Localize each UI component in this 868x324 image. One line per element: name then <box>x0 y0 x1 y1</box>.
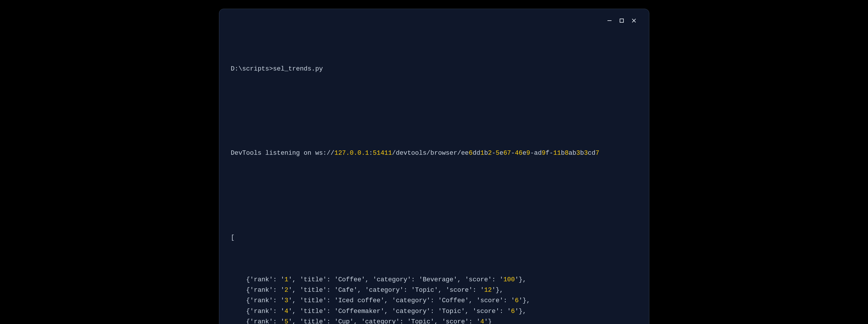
field-key-title: 'title' <box>300 297 327 304</box>
field-key-rank: 'rank' <box>250 276 273 283</box>
prompt-line: D:\scripts>sel_trends.py <box>231 64 638 74</box>
sep: : <box>327 308 334 315</box>
field-key-rank: 'rank' <box>250 318 273 324</box>
sep: : ' <box>273 276 285 283</box>
guid-segment: dd <box>472 149 480 157</box>
comma: , <box>523 276 526 283</box>
field-key-title: 'title' <box>300 276 327 283</box>
guid-segment: 11 <box>553 149 561 157</box>
brace-open: { <box>246 308 250 315</box>
field-value-rank: 1 <box>284 276 288 283</box>
list-item: {'rank': '4', 'title': 'Coffeemaker', 'c… <box>231 306 638 317</box>
field-value-rank: 5 <box>284 318 288 324</box>
array-open: [ <box>231 232 638 243</box>
sep: : <box>327 297 334 304</box>
minimize-button[interactable] <box>606 17 613 24</box>
guid-segment: b <box>561 149 565 157</box>
field-key-score: 'score' <box>476 297 503 304</box>
guid-segment: -ad <box>530 149 542 157</box>
field-value-score: 6 <box>511 308 515 315</box>
sep: : ' <box>273 318 285 324</box>
blank-line <box>231 190 638 201</box>
field-value-category: 'Coffee' <box>438 297 469 304</box>
sep: : <box>400 318 407 324</box>
devtools-port: 51411 <box>373 149 392 157</box>
field-value-category: 'Topic' <box>438 308 465 315</box>
list-item: {'rank': '1', 'title': 'Coffee', 'catego… <box>231 275 638 285</box>
field-key-score: 'score' <box>446 287 472 294</box>
guid-segment: 3 <box>584 149 588 157</box>
guid-segment: cd <box>588 149 595 157</box>
sep: : ' <box>469 318 480 324</box>
sep: , <box>457 276 465 283</box>
devtools-colon: : <box>369 149 373 157</box>
comma: , <box>523 308 526 315</box>
field-value-title: 'Coffee' <box>334 276 365 283</box>
guid-segment: e <box>500 149 503 157</box>
sep: : ' <box>472 287 484 294</box>
guid-segment: ab <box>568 149 576 157</box>
comma: , <box>500 287 503 294</box>
sep: , <box>438 287 445 294</box>
field-key-rank: 'rank' <box>250 308 273 315</box>
guid-segment: - <box>492 149 496 157</box>
brace-close: '} <box>519 297 526 304</box>
field-value-rank: 2 <box>284 287 288 294</box>
devtools-prefix: DevTools listening on ws: <box>231 149 327 157</box>
field-value-title: 'Cup' <box>334 318 353 324</box>
guid-segment: 67 <box>503 149 511 157</box>
field-key-rank: 'rank' <box>250 287 273 294</box>
field-key-title: 'title' <box>300 287 327 294</box>
guid-segment: 3 <box>576 149 580 157</box>
field-key-score: 'score' <box>465 276 492 283</box>
sep: ', <box>288 297 300 304</box>
field-key-score: 'score' <box>472 308 499 315</box>
guid-segment: 7 <box>595 149 599 157</box>
devtools-slashes: // <box>327 149 334 157</box>
command-text: sel_trends.py <box>273 65 323 73</box>
sep: , <box>353 318 361 324</box>
sep: , <box>365 276 373 283</box>
guid-segment: 9 <box>542 149 546 157</box>
sep: ', <box>288 287 300 294</box>
field-key-category: 'category' <box>373 276 411 283</box>
sep: , <box>358 287 365 294</box>
maximize-button[interactable] <box>618 17 625 24</box>
guid-segment: 5 <box>496 149 499 157</box>
devtools-guid: 6dd1b2-5e67-46e9-ad9f-11b8ab3b3cd7 <box>469 149 599 157</box>
guid-segment: 1 <box>480 149 484 157</box>
sep: : ' <box>273 297 285 304</box>
guid-segment: 2 <box>488 149 492 157</box>
field-key-category: 'category' <box>392 297 430 304</box>
sep: : <box>430 308 438 315</box>
guid-segment: - <box>511 149 515 157</box>
svg-rect-1 <box>620 19 623 22</box>
minimize-icon <box>607 18 612 23</box>
field-key-rank: 'rank' <box>250 297 273 304</box>
field-key-title: 'title' <box>300 308 327 315</box>
close-button[interactable] <box>630 17 638 24</box>
sep: , <box>465 308 472 315</box>
sep: : <box>404 287 411 294</box>
brace-close: '} <box>515 276 523 283</box>
brace-close: '} <box>515 308 523 315</box>
terminal-content[interactable]: D:\scripts>sel_trends.py DevTools listen… <box>231 32 638 324</box>
field-value-score: 4 <box>480 318 484 324</box>
sep: : ' <box>500 308 511 315</box>
brace-open: { <box>246 297 250 304</box>
sep: ', <box>288 318 300 324</box>
sep: : ' <box>492 276 503 283</box>
field-value-category: 'Topic' <box>411 287 438 294</box>
field-value-category: 'Topic' <box>407 318 434 324</box>
sep: , <box>384 297 392 304</box>
field-value-score: 6 <box>515 297 519 304</box>
field-value-score: 12 <box>484 287 492 294</box>
sep: : ' <box>273 287 285 294</box>
brace-close: '} <box>492 287 499 294</box>
sep: , <box>384 308 392 315</box>
list-item: {'rank': '3', 'title': 'Iced coffee', 'c… <box>231 295 638 306</box>
field-key-category: 'category' <box>392 308 430 315</box>
comma: , <box>526 297 530 304</box>
list-item: {'rank': '2', 'title': 'Cafe', 'category… <box>231 285 638 295</box>
guid-segment: b <box>484 149 488 157</box>
